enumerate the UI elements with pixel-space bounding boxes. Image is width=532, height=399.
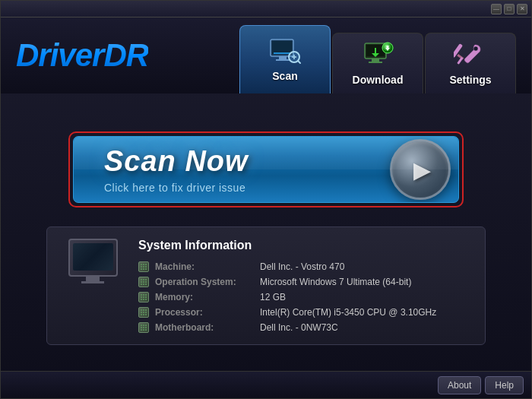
nav-tabs: Scan [239,17,516,93]
info-row-machine: Machine: Dell Inc. - Vostro 470 [138,261,470,272]
scan-text-area: Scan Now Click here to fix driver issue [74,145,390,194]
tab-settings[interactable]: Settings [425,33,516,93]
motherboard-value: Dell Inc. - 0NW73C [260,322,338,333]
machine-icon [138,261,149,272]
processor-label: Processor: [155,307,254,318]
info-row-motherboard: Motherboard: Dell Inc. - 0NW73C [138,322,470,333]
window-controls: — □ ✕ [491,4,527,14]
system-info-title: System Information [138,239,470,252]
tab-scan[interactable]: Scan [239,25,331,93]
svg-rect-3 [279,56,287,59]
app-window: — □ ✕ DriverDR [0,0,532,399]
memory-label: Memory: [155,292,254,302]
tab-download[interactable]: Download [332,33,423,93]
minimize-button[interactable]: — [491,4,502,14]
scan-arrow-button[interactable] [390,139,451,200]
maximize-button[interactable]: □ [504,4,515,14]
logo: DriverDR [16,37,148,74]
processor-icon [138,307,149,318]
os-icon [138,277,149,287]
svg-rect-4 [276,59,290,61]
svg-rect-17 [457,57,463,65]
info-row-processor: Processor: Intel(R) Core(TM) i5-3450 CPU… [138,307,470,318]
pc-monitor-icon [68,239,118,277]
os-label: Operation System: [155,277,254,287]
settings-tab-icon [454,42,487,71]
about-button[interactable]: About [438,376,481,394]
svg-rect-12 [369,62,382,63]
scan-subtitle: Click here to fix driver issue [104,182,390,194]
scan-button-border: Scan Now Click here to fix driver issue [68,131,464,207]
memory-value: 12 GB [260,292,286,302]
machine-label: Machine: [155,261,254,272]
header: DriverDR [1,17,531,93]
scan-now-text: Scan Now [104,145,390,178]
download-tab-label: Download [353,74,404,86]
logo-text: DriverDR [16,37,148,74]
processor-value: Intel(R) Core(TM) i5-3450 CPU @ 3.10GHz [260,307,436,318]
download-tab-icon [361,42,394,71]
motherboard-label: Motherboard: [155,322,254,333]
main-content: Scan Now Click here to fix driver issue … [1,93,531,360]
title-bar: — □ ✕ [1,1,531,17]
svg-rect-1 [272,41,292,54]
settings-tab-label: Settings [449,74,491,86]
machine-value: Dell Inc. - Vostro 470 [260,261,344,272]
close-button[interactable]: ✕ [517,4,527,14]
system-info-panel: System Information Machine: Dell Inc. - … [46,226,486,345]
scan-now-button[interactable]: Scan Now Click here to fix driver issue [73,136,459,203]
motherboard-icon [138,322,149,333]
help-button[interactable]: Help [485,376,524,394]
pc-stand [81,281,104,283]
system-info-content: System Information Machine: Dell Inc. - … [138,239,470,333]
pc-screen [73,243,113,271]
info-rows: Machine: Dell Inc. - Vostro 470 Operatio… [138,261,470,333]
info-row-os: Operation System: Microsoft Windows 7 Ul… [138,277,470,287]
scan-tab-label: Scan [272,70,297,82]
svg-line-6 [298,61,300,63]
memory-icon [138,292,149,302]
computer-image [62,239,123,292]
svg-rect-11 [372,59,379,62]
footer: About Help [1,371,531,398]
svg-point-14 [473,46,478,51]
info-row-memory: Memory: 12 GB [138,292,470,302]
os-value: Microsoft Windows 7 Ultimate (64-bit) [260,277,411,287]
scan-tab-icon [268,38,302,67]
